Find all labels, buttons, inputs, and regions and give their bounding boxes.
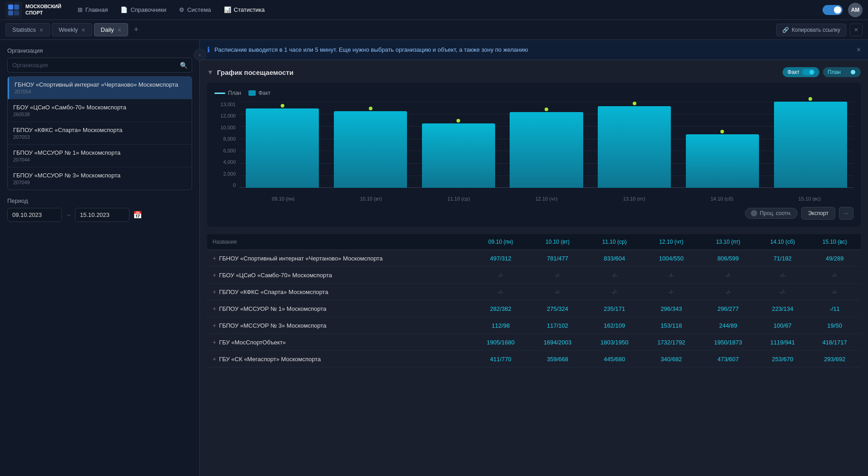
- row-0-val-3: 1004/550: [643, 250, 699, 267]
- row-4-val-1: 117/102: [529, 317, 586, 334]
- org-item-1[interactable]: ГБОУ «ЦСиО «Самбо-70» Москомспорта 26053…: [8, 99, 192, 122]
- tab-add-button[interactable]: +: [130, 24, 143, 36]
- x-label-2: 11.10 (ср): [415, 194, 502, 201]
- header-row: Название 09.10 (пн) 10.10 (вт) 11.10 (ср…: [207, 234, 861, 250]
- bar-group-3: [503, 102, 590, 188]
- logo: МОСКОВСКИЙ СПОРТ: [5, 2, 61, 18]
- col-date-4: 13.10 (пт): [699, 234, 756, 250]
- expand-button[interactable]: +: [213, 255, 216, 262]
- expand-button[interactable]: +: [213, 322, 216, 329]
- expand-button[interactable]: +: [213, 339, 216, 346]
- expand-button[interactable]: +: [213, 355, 216, 363]
- fact-label: Факт: [787, 69, 799, 75]
- chart-header: ▼ График посещаемости Факт План: [207, 67, 861, 77]
- bar-5: [686, 134, 759, 188]
- sidebar-collapse-button[interactable]: ‹: [194, 49, 206, 61]
- chart-legend: План Факт: [214, 90, 853, 96]
- export-button[interactable]: Экспорт: [801, 207, 835, 220]
- expand-button[interactable]: +: [213, 305, 216, 312]
- bar-dot-0: [281, 104, 284, 108]
- row-5-val-6: 418/1717: [808, 334, 861, 351]
- table-row: +ГБУ «СК «Мегаспорт» Москомспорта411/770…: [207, 351, 861, 368]
- avatar[interactable]: AM: [848, 3, 863, 17]
- nav-item-stats[interactable]: 📊 Статистика: [218, 4, 270, 16]
- tab-right-actions: 🔗 Копировать ссылку ×: [776, 24, 863, 36]
- org-item-0[interactable]: ГБНОУ «Спортивный интернат «Чертаново» М…: [8, 77, 192, 99]
- tab-daily[interactable]: Daily ×: [94, 23, 128, 36]
- org-item-4[interactable]: ГБПОУ «МССУОР № 3» Москомспорта 207049: [8, 167, 192, 190]
- y-label-3: 8,000: [214, 136, 239, 142]
- plan-toggle[interactable]: План: [823, 67, 861, 77]
- bar-group-1: [327, 102, 414, 188]
- expand-button[interactable]: +: [213, 288, 216, 295]
- chart-collapse-icon[interactable]: ▼: [207, 69, 213, 76]
- nav-item-refs[interactable]: 📄 Справочники: [115, 4, 172, 16]
- row-5-val-4: 1950/1873: [699, 334, 756, 351]
- bar-dot-5: [720, 130, 724, 133]
- legend-fact: Факт: [248, 90, 271, 96]
- table-row: +ГБНОУ «Спортивный интернат «Чертаново» …: [207, 250, 861, 267]
- tab-weekly[interactable]: Weekly ×: [52, 23, 92, 36]
- y-label-7: 0: [214, 182, 239, 188]
- org-section-label: Организация: [7, 47, 192, 54]
- data-table: Название 09.10 (пн) 10.10 (вт) 11.10 (ср…: [207, 234, 861, 368]
- fact-toggle[interactable]: Факт: [783, 67, 819, 77]
- row-3-val-3: 296/343: [643, 300, 699, 317]
- bar-dot-3: [545, 108, 548, 111]
- table-row: +ГБУ «МосСпортОбъект»1905/16801694/20031…: [207, 334, 861, 351]
- row-4-val-0: 112/98: [472, 317, 529, 334]
- banner-close-button[interactable]: ×: [857, 46, 861, 54]
- row-3-val-5: 223/134: [757, 300, 809, 317]
- row-4-val-3: 153/118: [643, 317, 699, 334]
- row-5-val-5: 1119/941: [757, 334, 809, 351]
- tab-weekly-close[interactable]: ×: [82, 27, 85, 33]
- row-5-val-1: 1694/2003: [529, 334, 586, 351]
- chart-title-row: ▼ График посещаемости: [207, 69, 293, 76]
- row-2-val-6: -/-: [808, 284, 861, 300]
- tab-statistics-close[interactable]: ×: [40, 27, 43, 33]
- table-body: +ГБНОУ «Спортивный интернат «Чертаново» …: [207, 250, 861, 368]
- bar-6: [774, 102, 847, 188]
- row-1-val-4: -/-: [699, 267, 756, 284]
- nav-item-main[interactable]: ⊞ Главная: [72, 4, 113, 16]
- chart-plot: [239, 102, 853, 188]
- date-to-input[interactable]: [75, 208, 129, 222]
- row-1-val-0: -/-: [472, 267, 529, 284]
- nav-item-system[interactable]: ⚙ Система: [174, 4, 216, 16]
- row-5-val-0: 1905/1680: [472, 334, 529, 351]
- row-6-val-6: 293/692: [808, 351, 861, 368]
- row-6-val-5: 253/670: [757, 351, 809, 368]
- bar-group-2: [415, 102, 501, 188]
- org-item-3[interactable]: ГБПОУ «МССУОР № 1» Москомспорта 207044: [8, 145, 192, 167]
- theme-toggle[interactable]: [823, 5, 843, 15]
- row-4-val-6: 19/50: [808, 317, 861, 334]
- row-2-val-0: -/-: [472, 284, 529, 300]
- tab-daily-close[interactable]: ×: [118, 27, 121, 33]
- calendar-icon[interactable]: 📅: [133, 211, 142, 219]
- expand-button[interactable]: +: [213, 271, 216, 279]
- row-3-val-0: 282/382: [472, 300, 529, 317]
- search-input[interactable]: [7, 58, 192, 73]
- row-3-val-2: 235/171: [586, 300, 643, 317]
- proc-toggle[interactable]: Проц. соотн.: [745, 208, 798, 219]
- bar-1: [334, 111, 407, 188]
- link-icon: 🔗: [782, 27, 789, 33]
- row-3-val-4: 296/277: [699, 300, 756, 317]
- svg-rect-2: [8, 10, 13, 15]
- legend-plan-line: [214, 93, 225, 94]
- row-0-val-6: 49/289: [808, 250, 861, 267]
- copy-link-button[interactable]: 🔗 Копировать ссылку: [776, 24, 846, 36]
- tab-statistics[interactable]: Statistics ×: [5, 23, 50, 36]
- panel-close-button[interactable]: ×: [850, 24, 863, 36]
- date-from-input[interactable]: [7, 208, 62, 222]
- table-row: +ГБПОУ «КФКС «Спарта» Москомспорта-/--/-…: [207, 284, 861, 300]
- info-banner: ℹ Расписание выводится в 1 часе или 5 ми…: [200, 40, 868, 60]
- col-date-5: 14.10 (сб): [757, 234, 809, 250]
- row-6-val-2: 445/680: [586, 351, 643, 368]
- table-row: +ГБОУ «ЦСиО «Самбо-70» Москомспорта-/--/…: [207, 267, 861, 284]
- more-button[interactable]: ···: [839, 207, 853, 220]
- row-0-val-1: 781/477: [529, 250, 586, 267]
- chart-area: 13,001 12,000 10,000 8,000 6,000 4,000 2…: [214, 102, 853, 201]
- row-2-val-1: -/-: [529, 284, 586, 300]
- org-item-2[interactable]: ГБПОУ «КФКС «Спарта» Москомспорта 207053: [8, 122, 192, 145]
